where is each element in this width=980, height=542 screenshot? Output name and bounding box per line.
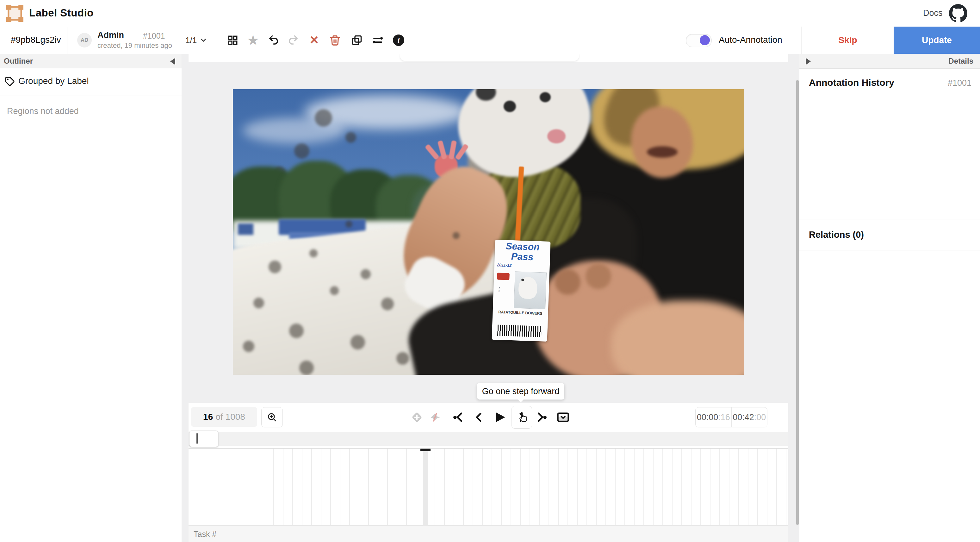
frame-of-label: of <box>215 412 223 422</box>
relations-title: Relations (0) <box>809 230 864 240</box>
current-frame: 16 <box>203 412 213 422</box>
app-title: Label Studio <box>29 7 94 19</box>
chevron-left-icon <box>473 411 485 424</box>
delete-button[interactable] <box>327 32 343 48</box>
redo-button[interactable] <box>285 32 301 48</box>
time-display: 00:00:16 00:42:00 <box>695 407 767 427</box>
relations-section[interactable]: Relations (0) <box>799 219 980 250</box>
trash-icon <box>329 35 341 46</box>
prev-keypoint-button[interactable] <box>450 409 466 426</box>
badge-line1: Season <box>495 241 550 252</box>
zoom-in-button[interactable] <box>261 407 283 427</box>
annotator-name: Admin <box>97 30 124 40</box>
skip-button[interactable]: Skip <box>801 27 894 54</box>
reset-button[interactable]: ✕ <box>306 32 322 48</box>
prev-frame-button[interactable] <box>471 409 487 426</box>
details-title: Details <box>948 57 974 65</box>
frame-ruler[interactable] <box>189 448 788 526</box>
task-id[interactable]: #9pb8Lgs2iv <box>11 35 61 45</box>
tooltip-text: Go one step forward <box>482 387 560 396</box>
docs-link[interactable]: Docs <box>923 8 943 18</box>
duration-time-main: 00:42 <box>733 413 754 422</box>
details-header: Details <box>799 54 980 69</box>
play-icon <box>493 410 507 424</box>
auto-annotation-toggle[interactable] <box>686 34 712 47</box>
info-icon: i <box>393 35 404 46</box>
grid-icon <box>228 35 238 46</box>
info-button[interactable]: i <box>390 32 407 48</box>
keypoint-slash-icon <box>429 411 442 424</box>
annotation-toolbar: #9pb8Lgs2iv AD Admin #1001 created, 19 m… <box>0 27 980 54</box>
copy-icon <box>351 35 363 46</box>
vertical-scrollbar[interactable] <box>796 80 799 525</box>
divider <box>67 27 67 54</box>
season-pass-badge: Season Pass 2011-12 ▲✳ RATATOUILLE BOWER… <box>492 240 550 341</box>
badge-logo <box>497 273 510 280</box>
cancel-icon: ✕ <box>309 35 319 46</box>
outliner-title: Outliner <box>4 57 33 65</box>
annotation-history-id: #1001 <box>948 78 972 88</box>
label-studio-logo-icon <box>6 5 24 22</box>
avatar[interactable]: AD <box>77 33 92 48</box>
timeline-collapse-button[interactable] <box>555 409 571 426</box>
main-content: Season Pass 2011-12 ▲✳ RATATOUILLE BOWER… <box>189 54 788 542</box>
group-by-label-text: Grouped by Label <box>18 76 89 86</box>
interpolation-toggle-button[interactable] <box>427 409 444 426</box>
next-frame-button[interactable] <box>512 406 532 429</box>
outliner-header: Outliner <box>0 54 181 69</box>
opossum-nose <box>547 129 566 143</box>
relations-settings-button[interactable] <box>369 32 386 48</box>
undo-icon <box>268 35 279 46</box>
duration-time-frames: :00 <box>754 413 766 422</box>
badge-line2: Pass <box>495 251 550 263</box>
annotation-history-section <box>799 69 980 219</box>
task-label: Task # <box>194 530 216 539</box>
scrolled-panel-edge <box>400 54 579 61</box>
video-frame[interactable]: Season Pass 2011-12 ▲✳ RATATOUILLE BOWER… <box>233 89 744 375</box>
task-footer: Task # <box>189 526 788 542</box>
duplicate-button[interactable] <box>348 32 365 48</box>
seeker-position-indicator <box>196 434 198 443</box>
grid-view-button[interactable] <box>224 32 241 48</box>
tag-icon <box>5 76 15 87</box>
next-keypoint-icon <box>535 411 549 424</box>
redo-icon <box>288 35 299 46</box>
top-header: Label Studio Docs <box>0 0 980 27</box>
seeker-viewport[interactable] <box>189 430 218 447</box>
position-time-main: 00:00 <box>697 413 718 422</box>
chevron-down-icon[interactable] <box>199 36 207 44</box>
fist-knuckle <box>555 269 581 295</box>
undo-button[interactable] <box>266 32 282 48</box>
magnifier-plus-icon <box>267 412 277 422</box>
annotation-history-title: Annotation History <box>809 77 894 88</box>
annotation-id: #1001 <box>143 31 165 40</box>
github-icon[interactable] <box>949 4 967 22</box>
ground-truth-button[interactable]: ★ <box>245 32 261 48</box>
star-icon: ★ <box>247 33 259 47</box>
next-keypoint-button[interactable] <box>534 409 550 426</box>
tooltip: Go one step forward <box>477 383 564 400</box>
annotation-created: created, 19 minutes ago <box>97 41 172 50</box>
collapse-left-icon[interactable] <box>170 58 175 65</box>
fist-knuckle <box>585 263 611 289</box>
frames-box-icon <box>556 410 570 424</box>
position-time: 00:00:16 <box>695 407 732 427</box>
collapse-right-icon[interactable] <box>806 58 811 65</box>
update-button[interactable]: Update <box>894 27 980 54</box>
seeker-track[interactable] <box>189 432 788 446</box>
annotation-nav-count: 1/1 <box>185 35 197 45</box>
label-studio-app: Label Studio Docs #9pb8Lgs2iv AD Admin #… <box>0 0 980 542</box>
prev-keypoint-icon <box>452 411 465 424</box>
details-panel: Details Annotation History #1001 Relatio… <box>799 54 980 542</box>
keypoint-add-icon <box>410 411 423 424</box>
add-region-button[interactable] <box>409 409 425 426</box>
play-button[interactable] <box>492 409 508 426</box>
badge-barcode <box>498 325 542 338</box>
auto-annotation-label: Auto-Annotation <box>719 35 782 45</box>
duration-time: 00:42:00 <box>732 407 767 427</box>
frame-counter[interactable]: 16 of 1008 <box>191 407 257 427</box>
regions-empty-message: Regions not added <box>7 106 79 116</box>
hand-cursor <box>516 411 529 425</box>
group-by-label-control[interactable]: Grouped by Label <box>0 69 181 96</box>
outliner-panel: Outliner Grouped by Label Regions not ad… <box>0 54 182 542</box>
